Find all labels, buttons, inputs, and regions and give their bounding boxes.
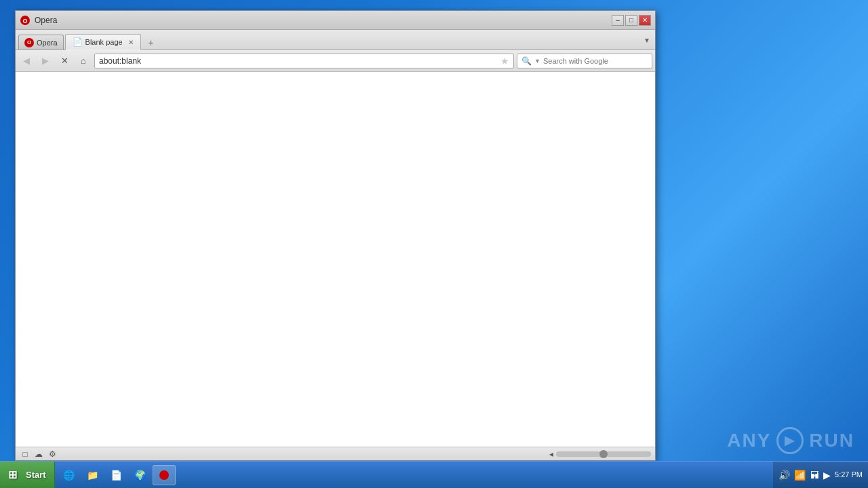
status-cloud-icon[interactable]: ☁ — [33, 449, 44, 460]
tab-bar: O Opera 📄 Blank page ✕ + ▼ — [16, 30, 655, 50]
anyrun-text-any: ANY — [727, 430, 771, 451]
blank-page-tab[interactable]: 📄 Blank page ✕ — [65, 34, 141, 50]
system-clock: 5:27 PM — [835, 470, 863, 480]
status-gear-icon[interactable]: ⚙ — [47, 449, 58, 460]
address-bar[interactable]: ★ — [94, 54, 514, 68]
search-icon: 🔍 — [521, 56, 532, 66]
anyrun-play-icon: ▶ — [776, 427, 804, 454]
svg-text:O: O — [22, 18, 27, 24]
search-input[interactable] — [543, 57, 648, 65]
page-content — [16, 72, 655, 447]
status-icons: □ ☁ ⚙ — [20, 449, 58, 460]
start-label: Start — [26, 470, 46, 480]
tab-label: Blank page — [85, 38, 123, 46]
taskbar-item-document[interactable]: 📄 — [105, 465, 127, 485]
new-tab-button[interactable]: + — [144, 36, 159, 49]
opera-menu-label: Opera — [37, 39, 58, 47]
maximize-button[interactable]: □ — [625, 15, 637, 26]
status-screen-icon[interactable]: □ — [20, 449, 31, 460]
zoom-slider[interactable] — [556, 451, 651, 457]
browser-window: O Opera – □ ✕ O Opera 📄 Blank page ✕ + ▼ — [15, 10, 656, 461]
opera-logo-icon: O — [24, 38, 34, 47]
folder-icon: 📁 — [87, 470, 98, 481]
tray-speaker-icon[interactable]: 🔊 — [778, 470, 790, 481]
zoom-slider-thumb[interactable] — [599, 450, 608, 458]
tab-close-button[interactable]: ✕ — [128, 39, 134, 46]
tab-page-icon: 📄 — [73, 37, 83, 47]
windows-logo-icon: ⊞ — [8, 468, 22, 482]
svg-point-2 — [159, 470, 169, 480]
zoom-out-button[interactable]: ◂ — [549, 449, 553, 459]
tray-battery-icon[interactable]: 🖬 — [810, 470, 819, 481]
zoom-controls: ◂ — [549, 449, 651, 459]
taskbar-items: 🌐 📁 📄 🌍 — [55, 465, 773, 485]
document-icon: 📄 — [111, 470, 122, 481]
browser-icon: 🌍 — [134, 470, 146, 481]
anyrun-watermark: ANY ▶ RUN — [727, 427, 854, 454]
taskbar-item-folder[interactable]: 📁 — [81, 465, 104, 485]
ie-icon: 🌐 — [63, 470, 75, 481]
stop-button[interactable]: ✕ — [56, 53, 73, 69]
search-bar[interactable]: 🔍 ▼ — [517, 54, 652, 68]
home-button[interactable]: ⌂ — [75, 53, 92, 69]
search-dropdown-button[interactable]: ▼ — [534, 58, 540, 64]
title-bar: O Opera – □ ✕ — [16, 11, 655, 30]
opera-menu-button[interactable]: O Opera — [18, 35, 64, 49]
navigation-bar: ◀ ▶ ✕ ⌂ ★ 🔍 ▼ — [16, 50, 655, 72]
system-tray: 🔊 📶 🖬 ▶ 5:27 PM — [773, 462, 868, 489]
tray-arrow-icon[interactable]: ▶ — [823, 470, 831, 481]
opera-logo-icon: O — [20, 15, 31, 26]
taskbar-item-opera[interactable] — [153, 465, 176, 485]
window-controls: – □ ✕ — [612, 15, 651, 26]
forward-button[interactable]: ▶ — [37, 53, 54, 69]
window-title: Opera — [35, 16, 612, 25]
bookmark-star-icon[interactable]: ★ — [500, 56, 509, 66]
back-button[interactable]: ◀ — [18, 53, 35, 69]
desktop: O Opera – □ ✕ O Opera 📄 Blank page ✕ + ▼ — [0, 0, 868, 488]
taskbar-item-browser[interactable]: 🌍 — [129, 465, 151, 485]
tray-network-icon[interactable]: 📶 — [794, 470, 806, 481]
tab-dropdown-button[interactable]: ▼ — [642, 30, 652, 49]
minimize-button[interactable]: – — [612, 15, 624, 26]
status-bar: □ ☁ ⚙ ◂ — [16, 447, 655, 460]
close-button[interactable]: ✕ — [639, 15, 651, 26]
taskbar: ⊞ Start 🌐 📁 📄 🌍 🔊 📶 — [0, 461, 868, 488]
address-input[interactable] — [99, 56, 498, 66]
anyrun-text-run: RUN — [809, 430, 854, 451]
start-button[interactable]: ⊞ Start — [0, 462, 55, 489]
taskbar-item-ie[interactable]: 🌐 — [58, 465, 80, 485]
